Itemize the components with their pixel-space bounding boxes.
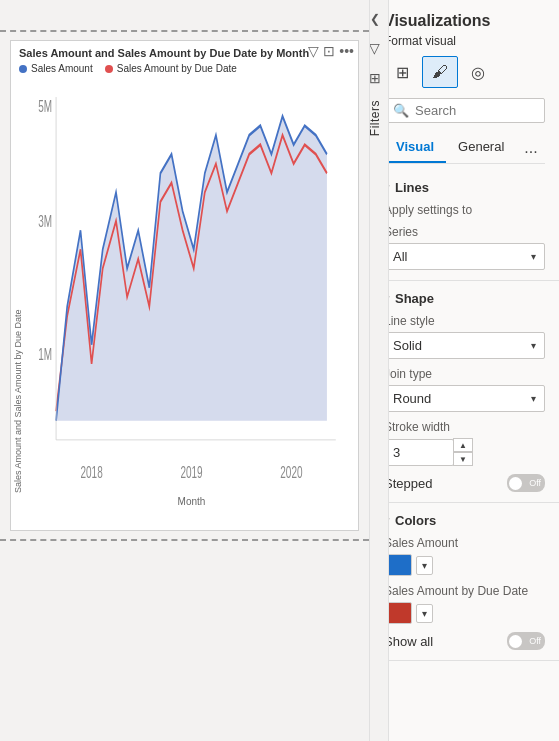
lines-section-title: Lines (395, 180, 429, 195)
show-all-toggle-text: Off (529, 636, 541, 646)
svg-text:3M: 3M (38, 211, 52, 231)
stroke-width-stepper: ▲ ▼ (384, 438, 545, 466)
svg-text:2018: 2018 (80, 462, 102, 482)
line-style-dropdown[interactable]: Solid ▾ (384, 332, 545, 359)
line-style-label: Line style (384, 314, 545, 328)
sales-amount-color-row: ▾ (384, 554, 545, 576)
sales-due-date-color-row: ▾ (384, 602, 545, 624)
stepper-arrows: ▲ ▼ (453, 438, 473, 466)
chart-svg: 5M 3M 1M 2018 2019 2020 (25, 78, 358, 497)
focus-icon[interactable]: ⊡ (323, 43, 335, 59)
join-type-arrow: ▾ (531, 393, 536, 404)
line-style-arrow: ▾ (531, 340, 536, 351)
chart-legend: Sales Amount Sales Amount by Due Date (11, 61, 358, 78)
tabs: Visual General ... (384, 133, 545, 164)
lines-section-header[interactable]: ▾ Lines (384, 180, 545, 195)
shape-section-title: Shape (395, 291, 434, 306)
analytics-icon-btn[interactable]: ◎ (460, 56, 496, 88)
format-visual-label: Format visual (384, 34, 545, 48)
colors-section-title: Colors (395, 513, 436, 528)
show-all-toggle[interactable]: Off (507, 632, 545, 650)
expand-chart-icon[interactable]: ⊞ (369, 70, 381, 86)
svg-text:2020: 2020 (280, 462, 302, 482)
search-box: 🔍 (384, 98, 545, 123)
legend-item-sales: Sales Amount (19, 63, 93, 74)
icon-row: ⊞ 🖌 ◎ (384, 56, 545, 88)
join-type-value: Round (393, 391, 431, 406)
svg-text:1M: 1M (38, 344, 52, 364)
panel-header: Visualizations Format visual ⊞ 🖌 ◎ 🔍 Vis… (370, 0, 559, 170)
tab-general[interactable]: General (446, 133, 516, 163)
legend-dot-due-date (105, 65, 113, 73)
stepped-toggle-wrap: Off (507, 474, 545, 492)
join-type-dropdown[interactable]: Round ▾ (384, 385, 545, 412)
legend-item-due-date: Sales Amount by Due Date (105, 63, 237, 74)
stepped-toggle[interactable]: Off (507, 474, 545, 492)
show-all-label: Show all (384, 634, 433, 649)
tab-visual[interactable]: Visual (384, 133, 446, 163)
stepper-down[interactable]: ▼ (453, 452, 473, 466)
series-label: Series (384, 225, 545, 239)
show-all-toggle-row: Show all Off (384, 632, 545, 650)
lines-section: ▾ Lines Apply settings to Series All ▾ (370, 170, 559, 281)
panel-scroll: ▾ Lines Apply settings to Series All ▾ ▾… (370, 170, 559, 741)
chart-title: Sales Amount and Sales Amount by Due Dat… (11, 41, 358, 61)
search-input[interactable] (415, 103, 536, 118)
svg-text:5M: 5M (38, 96, 52, 116)
search-icon: 🔍 (393, 103, 409, 118)
legend-label-due-date: Sales Amount by Due Date (117, 63, 237, 74)
sales-amount-color-label: Sales Amount (384, 536, 545, 550)
stepper-up[interactable]: ▲ (453, 438, 473, 452)
chart-container: ▽ ⊡ ••• Sales Amount and Sales Amount by… (10, 40, 359, 531)
shape-section: ▾ Shape Line style Solid ▾ Join type Rou… (370, 281, 559, 503)
sales-amount-swatch-dropdown[interactable]: ▾ (416, 556, 433, 575)
stroke-width-label: Stroke width (384, 420, 545, 434)
dotted-top-border (0, 30, 369, 32)
analytics-icon: ◎ (471, 63, 485, 82)
series-dropdown[interactable]: All ▾ (384, 243, 545, 270)
format-icon-btn[interactable]: 🖌 (422, 56, 458, 88)
colors-section-header[interactable]: ▾ Colors (384, 513, 545, 528)
more-options-icon[interactable]: ••• (339, 43, 354, 59)
panel-title: Visualizations (384, 12, 545, 30)
fields-icon-btn[interactable]: ⊞ (384, 56, 420, 88)
shape-section-header[interactable]: ▾ Shape (384, 291, 545, 306)
legend-dot-sales (19, 65, 27, 73)
join-type-label: Join type (384, 367, 545, 381)
stepped-label: Stepped (384, 476, 432, 491)
sales-due-date-color-label: Sales Amount by Due Date (384, 584, 545, 598)
right-panel: Visualizations Format visual ⊞ 🖌 ◎ 🔍 Vis… (370, 0, 559, 741)
collapse-icon[interactable]: ❮ (370, 12, 380, 26)
svg-text:2019: 2019 (180, 462, 202, 482)
stepped-toggle-row: Stepped Off (384, 474, 545, 492)
legend-label-sales: Sales Amount (31, 63, 93, 74)
series-dropdown-arrow: ▾ (531, 251, 536, 262)
stepped-toggle-text: Off (529, 478, 541, 488)
area-fill (56, 116, 327, 421)
filter-chart-icon[interactable]: ▽ (308, 43, 319, 59)
filter-icon[interactable]: ▽ (369, 40, 380, 56)
chart-area: ▽ ⊡ ••• Sales Amount and Sales Amount by… (0, 0, 370, 741)
x-axis-label: Month (25, 496, 358, 507)
stroke-width-input[interactable] (384, 439, 454, 466)
chart-toolbar: ▽ ⊡ ••• (308, 43, 354, 59)
sales-due-date-swatch-dropdown[interactable]: ▾ (416, 604, 433, 623)
stepped-toggle-knob (509, 477, 522, 490)
format-icon: 🖌 (432, 63, 448, 81)
fields-icon: ⊞ (396, 63, 409, 82)
dotted-bottom-border (0, 539, 369, 541)
tab-more[interactable]: ... (516, 133, 545, 163)
y-axis-label: Sales Amount and Sales Amount by Due Dat… (11, 78, 25, 497)
line-style-value: Solid (393, 338, 422, 353)
show-all-toggle-knob (509, 635, 522, 648)
apply-settings-label: Apply settings to (384, 203, 545, 217)
series-value: All (393, 249, 407, 264)
colors-section: ▾ Colors Sales Amount ▾ Sales Amount by … (370, 503, 559, 661)
